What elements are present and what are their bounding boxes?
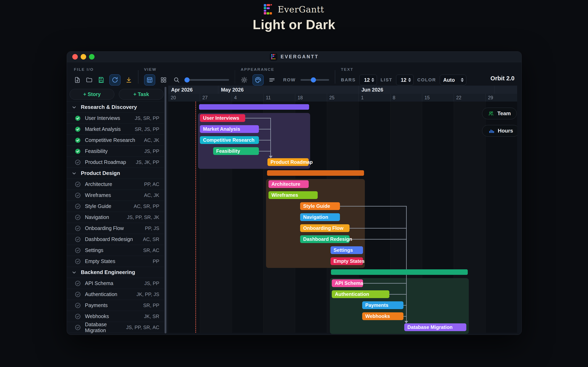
summary-bar[interactable]	[199, 104, 309, 110]
sidebar-task-row[interactable]: Onboarding FlowPP, JS	[67, 223, 164, 234]
dependency-arrow-icon	[269, 156, 273, 158]
sidebar-task-row[interactable]: AuthenticationJK, PP, JS	[67, 289, 164, 300]
sidebar-task-row[interactable]: Product RoadmapJS, JK, PP	[67, 157, 164, 168]
row-height-slider[interactable]	[301, 79, 329, 81]
sidebar-task-row[interactable]: WireframesAC, JK	[67, 190, 164, 201]
gantt-bar[interactable]: Authentication	[332, 290, 389, 298]
team-button[interactable]: Team	[482, 108, 517, 119]
sidebar-task-row[interactable]: API SchemaJS, PP	[67, 278, 164, 289]
stepper-chevrons-icon[interactable]	[408, 78, 411, 82]
task-assignees: JS, PP	[144, 149, 159, 154]
task-assignees: JS, JK, PP	[136, 159, 159, 165]
color-select[interactable]: Auto	[440, 75, 466, 85]
sidebar-task-row[interactable]: User InterviewsJS, SR, PP	[67, 113, 164, 124]
gantt-bar[interactable]: Payments	[362, 301, 403, 309]
calendar-view-button[interactable]	[144, 75, 155, 85]
sidebar-task-row[interactable]: NavigationJS, PP, SR, JK	[67, 212, 164, 223]
sidebar-task-row[interactable]: WebhooksJK, SR	[67, 311, 164, 322]
check-circle-done-icon	[75, 115, 81, 121]
page-headline: Light or Dark	[0, 17, 588, 32]
sidebar-group-header[interactable]: Research & Discovery	[67, 102, 164, 113]
dependency-line	[270, 118, 271, 156]
dependency-arrow-icon	[405, 321, 408, 323]
task-assignees: AC, SR	[143, 236, 159, 242]
timeline-month-row: Apr 2026May 2026Jun 2026	[168, 86, 517, 94]
gantt-bar[interactable]: Competitive Research	[200, 136, 259, 144]
appearance-section-label: APPEARANCE	[241, 67, 329, 72]
month-divider	[494, 86, 495, 94]
sidebar-task-row[interactable]: Database MigrationJS, PP, SR, AC	[67, 322, 164, 333]
hours-button[interactable]: Hours	[482, 125, 517, 137]
gantt-bar[interactable]: Architecture	[268, 180, 309, 188]
sidebar-scrollbar[interactable]	[164, 87, 166, 333]
sidebar-task-row[interactable]: ArchitecturePP, AC	[67, 179, 164, 190]
task-name: Wireframes	[85, 192, 144, 198]
gantt-bar[interactable]: Dashboard Redesign	[300, 235, 350, 243]
chevron-down-icon[interactable]	[71, 171, 77, 176]
hours-button-label: Hours	[498, 128, 513, 134]
gantt-bar[interactable]: Feasibility	[213, 147, 259, 155]
summary-bar[interactable]	[331, 269, 468, 275]
row-density-icon[interactable]	[268, 76, 276, 83]
gantt-bar[interactable]: Product Roadmap	[268, 158, 309, 166]
search-icon[interactable]	[173, 76, 180, 83]
chevron-down-icon[interactable]	[71, 105, 77, 110]
gantt-bar[interactable]: Onboarding Flow	[300, 224, 350, 232]
bars-size-stepper[interactable]: 12	[359, 75, 377, 85]
sidebar-task-row[interactable]: Dashboard RedesignAC, SR	[67, 234, 164, 245]
gantt-bar[interactable]: Settings	[330, 246, 363, 254]
theme-palette-button[interactable]	[252, 75, 264, 85]
gantt-bar[interactable]: Navigation	[300, 213, 340, 221]
gantt-bar[interactable]: User Interviews	[200, 114, 245, 122]
sidebar-task-row[interactable]: SettingsSR, AC	[67, 245, 164, 256]
toolbar-divider	[138, 70, 138, 83]
week-tick	[454, 94, 454, 101]
open-folder-icon[interactable]	[86, 76, 93, 83]
new-file-icon[interactable]	[74, 76, 81, 83]
check-circle-icon	[75, 225, 81, 231]
grid-view-icon[interactable]	[160, 76, 167, 83]
gantt-bar[interactable]: Market Analysis	[200, 125, 259, 133]
gantt-bar[interactable]: API Schema	[332, 279, 363, 287]
week-tick	[485, 94, 486, 101]
check-circle-icon	[75, 258, 81, 264]
gantt-bar[interactable]: Style Guide	[300, 202, 340, 210]
sidebar-task-row[interactable]: Style GuideAC, SR, PP	[67, 201, 164, 212]
gantt-bar[interactable]: Webhooks	[362, 312, 403, 320]
task-assignees: JK, PP, JS	[136, 292, 159, 297]
sidebar-task-row[interactable]: Competitive ResearchAC, JK	[67, 135, 164, 146]
download-icon[interactable]	[125, 76, 132, 83]
month-divider	[218, 86, 218, 94]
check-circle-icon	[75, 247, 81, 253]
task-assignees: SR, AC	[143, 248, 159, 253]
sidebar-task-row[interactable]: FeasibilityJS, PP	[67, 146, 164, 157]
timeline-day-label: 20	[171, 95, 176, 100]
save-icon[interactable]	[98, 76, 104, 83]
add-task-button[interactable]: + Task	[119, 89, 164, 100]
light-mode-sun-icon[interactable]	[241, 76, 248, 83]
task-assignees: JS, PP, SR, JK	[127, 215, 159, 220]
refresh-button[interactable]	[109, 75, 121, 85]
chevron-down-icon[interactable]	[71, 270, 77, 275]
sidebar-task-row[interactable]: Empty StatesPP	[67, 256, 164, 267]
sidebar-group-header[interactable]: Backend Engineering	[67, 267, 164, 278]
zoom-slider[interactable]	[185, 79, 229, 81]
task-name: Database Migration	[85, 322, 126, 333]
dependency-line	[350, 239, 406, 240]
summary-bar[interactable]	[267, 170, 364, 176]
add-story-button[interactable]: + Story	[70, 89, 114, 100]
sidebar-group-header[interactable]: Product Design	[67, 168, 164, 179]
gantt-bar[interactable]: Empty States	[330, 257, 363, 265]
list-size-stepper[interactable]: 12	[396, 75, 414, 85]
toolbar: FILE I/O VIEW APPEARANCE	[67, 62, 521, 86]
gantt-bar[interactable]: Wireframes	[268, 191, 318, 199]
sidebar-task-row[interactable]: Market AnalysisSR, JS, PP	[67, 124, 164, 135]
check-circle-icon	[75, 313, 81, 319]
timeline-day-label: 15	[424, 95, 430, 100]
stepper-chevrons-icon[interactable]	[371, 78, 374, 82]
group-name: Research & Discovery	[81, 104, 137, 110]
list-stepper-label: LIST	[380, 77, 392, 83]
gantt-bar[interactable]: Database Migration	[404, 323, 466, 331]
sidebar-task-row[interactable]: PaymentsSR, PP	[67, 300, 164, 311]
timeline-day-row: 2027411182518152229	[168, 94, 517, 102]
